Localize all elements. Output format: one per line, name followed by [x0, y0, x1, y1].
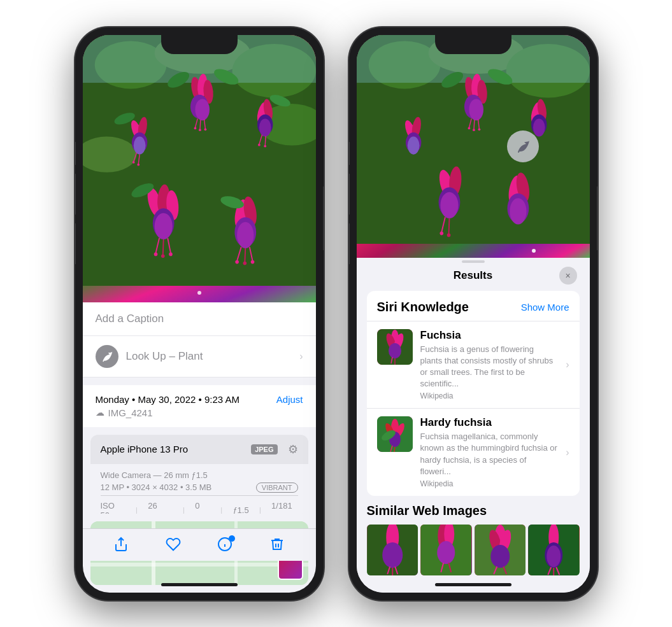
svg-point-108: [485, 66, 514, 87]
svg-rect-65: [90, 563, 308, 567]
web-image-4[interactable]: [528, 525, 580, 575]
knowledge-item-hardy[interactable]: Hardy fuchsia Fuchsia magellanica, commo…: [367, 408, 580, 496]
svg-point-105: [507, 193, 529, 223]
drag-handle: [462, 260, 485, 263]
iso-value: ISO 50: [101, 501, 125, 514]
lookup-text: Look Up – Plant: [126, 350, 203, 363]
svg-point-38: [154, 213, 172, 239]
svg-line-13: [199, 120, 200, 129]
svg-point-80: [469, 99, 483, 120]
svg-point-54: [250, 260, 254, 264]
fuchsia-thumbnail: [377, 329, 413, 365]
svg-line-22: [133, 152, 136, 161]
svg-point-7: [189, 76, 203, 101]
svg-rect-71: [357, 35, 590, 244]
phone-1: Add a Caption Look Up – Plant › Monday •…: [75, 27, 324, 600]
svg-line-81: [469, 118, 471, 127]
svg-point-16: [199, 129, 201, 131]
svg-point-15: [194, 127, 196, 129]
svg-point-92: [536, 98, 548, 121]
web-image-2[interactable]: [420, 525, 472, 575]
date-text: Monday • May 30, 2022 • 9:23 AM: [96, 394, 239, 405]
close-label: ×: [565, 271, 570, 281]
cloud-icon: ☁: [96, 407, 104, 418]
web-image-1[interactable]: [367, 525, 418, 575]
svg-point-93: [531, 114, 547, 134]
notch: [161, 35, 238, 54]
phone2-screen: Results × Siri Knowledge Show More: [357, 35, 590, 593]
svg-point-48: [237, 222, 254, 248]
hardy-name: Hardy fuchsia: [420, 416, 559, 429]
svg-point-72: [368, 41, 440, 88]
svg-line-40: [162, 239, 163, 254]
hardy-source: Wikipedia: [420, 479, 559, 488]
knowledge-item-fuchsia[interactable]: Fuchsia Fuchsia is a genus of flowering …: [367, 321, 580, 409]
camera-settings-icon[interactable]: ⚙: [288, 442, 298, 456]
adjust-button[interactable]: Adjust: [276, 394, 303, 405]
svg-rect-0: [83, 35, 316, 286]
visual-search-button[interactable]: [507, 130, 539, 162]
svg-point-32: [257, 143, 260, 146]
svg-point-94: [533, 118, 545, 136]
svg-point-17: [204, 128, 206, 130]
fuchsia-chevron: ›: [566, 359, 569, 370]
svg-point-95: [436, 168, 455, 200]
svg-point-9: [202, 79, 213, 104]
svg-point-126: [382, 542, 403, 568]
share-button[interactable]: [113, 537, 129, 556]
fuchsia-source: Wikipedia: [420, 391, 559, 400]
svg-point-140: [490, 545, 510, 568]
hardy-text: Hardy fuchsia Fuchsia magellanica, commo…: [420, 416, 559, 488]
svg-line-41: [168, 238, 171, 253]
svg-point-28: [257, 114, 273, 134]
close-button[interactable]: ×: [559, 267, 577, 285]
svg-point-1: [94, 41, 166, 88]
svg-point-101: [440, 231, 443, 235]
show-more-button[interactable]: Show More: [521, 302, 569, 313]
info-button[interactable]: [217, 537, 232, 556]
svg-point-60: [219, 194, 245, 210]
svg-point-27: [262, 98, 274, 121]
svg-point-89: [405, 132, 420, 152]
results-title: Results: [387, 269, 559, 282]
lookup-row[interactable]: Look Up – Plant ›: [83, 336, 316, 377]
home-indicator: [161, 583, 238, 586]
flower-photo-2[interactable]: [357, 35, 590, 258]
hardy-thumbnail: [377, 416, 413, 452]
svg-point-88: [410, 116, 422, 139]
svg-point-33: [264, 144, 266, 147]
hardy-chevron: ›: [566, 447, 569, 458]
svg-point-91: [529, 101, 542, 123]
favorite-button[interactable]: [166, 537, 181, 556]
svg-line-100: [448, 218, 449, 234]
caption-area[interactable]: Add a Caption: [83, 302, 316, 336]
caption-placeholder: Add a Caption: [96, 313, 164, 325]
svg-point-46: [241, 195, 259, 227]
svg-point-35: [156, 183, 171, 214]
svg-point-20: [131, 132, 147, 152]
svg-line-23: [138, 154, 139, 164]
svg-point-96: [448, 166, 462, 196]
wide-camera-text: Wide Camera — 26 mm ƒ1.5: [101, 470, 298, 480]
svg-point-34: [145, 186, 164, 218]
svg-point-86: [478, 128, 480, 130]
aperture-value: ƒ1.5: [232, 505, 248, 514]
web-image-3[interactable]: [475, 525, 526, 575]
similar-web-title: Similar Web Images: [367, 504, 580, 518]
flower-photo[interactable]: [83, 35, 316, 302]
svg-line-49: [237, 247, 241, 261]
delete-button[interactable]: [269, 537, 285, 556]
svg-point-5: [259, 103, 315, 145]
svg-line-122: [394, 447, 395, 452]
svg-point-56: [211, 66, 240, 87]
phone1-screen: Add a Caption Look Up – Plant › Monday •…: [83, 35, 316, 593]
visual-search-dot: [532, 249, 536, 253]
resolution-text: 12 MP • 3024 × 4032 • 3.5 MB: [101, 483, 212, 492]
svg-line-50: [245, 248, 245, 262]
svg-point-102: [447, 233, 450, 237]
svg-point-11: [195, 99, 210, 120]
svg-point-8: [196, 73, 208, 98]
toolbar: [83, 528, 316, 561]
svg-point-104: [514, 171, 531, 202]
svg-point-98: [440, 192, 458, 218]
